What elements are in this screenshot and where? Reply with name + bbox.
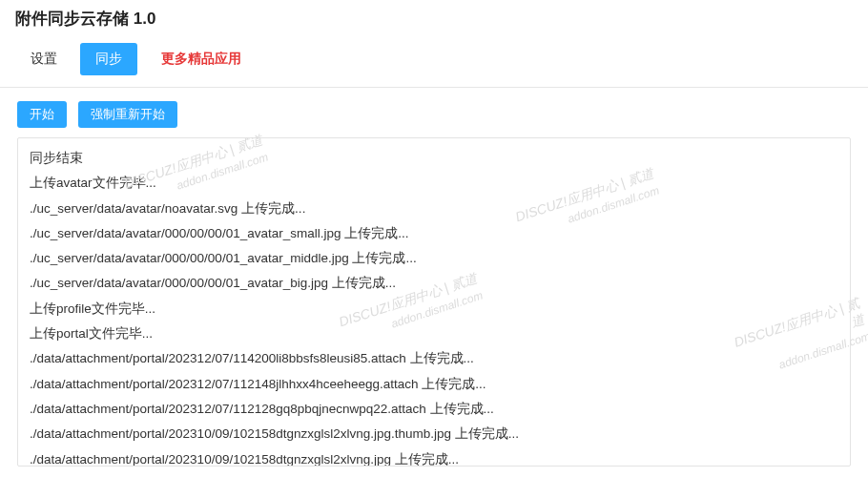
log-line: ./uc_server/data/avatar/000/00/00/01_ava…	[30, 246, 838, 271]
log-line: ./data/attachment/portal/202310/09/10215…	[30, 447, 838, 466]
log-line: 上传portal文件完毕...	[30, 321, 838, 346]
tabs-bar: 设置 同步 更多精品应用	[0, 43, 868, 87]
log-line: ./data/attachment/portal/202312/07/11212…	[30, 397, 838, 422]
log-content[interactable]: 同步结束 上传avatar文件完毕... ./uc_server/data/av…	[18, 138, 850, 466]
start-button[interactable]: 开始	[17, 101, 67, 128]
action-bar: 开始 强制重新开始	[0, 88, 868, 137]
log-line: ./data/attachment/portal/202312/07/11214…	[30, 372, 838, 397]
tab-sync[interactable]: 同步	[80, 43, 137, 75]
log-line: 上传avatar文件完毕...	[30, 171, 838, 196]
tab-more-apps[interactable]: 更多精品应用	[146, 43, 257, 75]
log-line: ./data/attachment/portal/202310/09/10215…	[30, 422, 838, 446]
log-panel: 同步结束 上传avatar文件完毕... ./uc_server/data/av…	[17, 137, 851, 467]
log-line: 同步结束	[30, 146, 838, 171]
force-restart-button[interactable]: 强制重新开始	[78, 101, 177, 128]
log-line: ./uc_server/data/avatar/noavatar.svg 上传完…	[30, 197, 838, 221]
log-line: ./data/attachment/portal/202312/07/11420…	[30, 346, 838, 371]
page-title: 附件同步云存储 1.0	[0, 0, 868, 43]
log-line: ./uc_server/data/avatar/000/00/00/01_ava…	[30, 221, 838, 246]
log-line: ./uc_server/data/avatar/000/00/00/01_ava…	[30, 271, 838, 296]
log-line: 上传profile文件完毕...	[30, 297, 838, 321]
tab-settings[interactable]: 设置	[15, 43, 72, 75]
